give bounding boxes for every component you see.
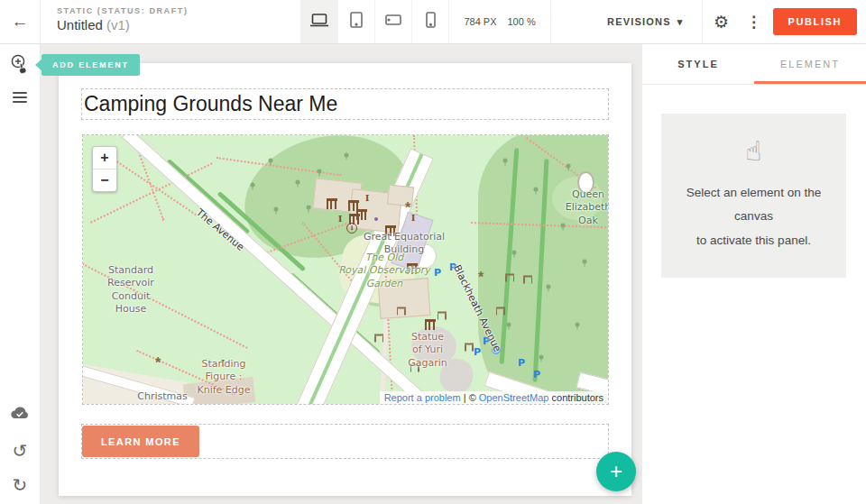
touch-icon: ☝ <box>676 135 832 167</box>
map-label: The Old Royal Observatory Garden <box>338 252 430 290</box>
back-button[interactable]: ← <box>0 0 40 43</box>
zoom-level: 100 % <box>507 16 535 27</box>
map-embed[interactable]: IIIIi***PPPPPP The AvenueBlackheath Aven… <box>83 135 608 404</box>
page-title-block: STATIC (STATUS: DRAFT) Untitled (v1) <box>40 0 263 43</box>
device-preview-switch <box>300 0 449 43</box>
inspector-panel: STYLE ELEMENT ☝ Select an element on the… <box>642 43 866 504</box>
revisions-dropdown[interactable]: REVISIONS ▾ <box>589 0 701 43</box>
picnic-table-icon <box>505 274 514 282</box>
map-label: Christmas <box>137 390 187 403</box>
learn-more-button[interactable]: LEARN MORE <box>82 426 199 457</box>
desktop-preview-button[interactable] <box>301 0 338 43</box>
tree-icon <box>583 260 587 264</box>
canvas-page: Camping Grounds Near Me <box>59 63 631 496</box>
tree-icon <box>251 183 255 188</box>
tree-icon <box>567 164 571 169</box>
tree-icon <box>539 355 544 360</box>
tree-icon <box>547 285 551 289</box>
tablet-icon <box>349 11 364 32</box>
poi-dot-icon <box>374 217 378 221</box>
viewpoint-icon: * <box>478 270 484 279</box>
sections-menu-button[interactable] <box>0 92 40 105</box>
tree-icon <box>269 159 273 163</box>
undo-icon: ↺ <box>13 441 28 461</box>
tab-element[interactable]: ELEMENT <box>754 43 866 84</box>
map-label: Standing Figure : Knife Edge <box>197 358 250 397</box>
parking-icon: P <box>518 358 525 368</box>
button-row-element[interactable]: LEARN MORE <box>81 424 609 459</box>
map-zoom-control: + − <box>92 146 117 192</box>
status-label: STATIC (STATUS: DRAFT) <box>57 6 246 15</box>
parking-icon: P <box>533 370 540 380</box>
copyright-symbol: © <box>469 392 479 403</box>
tablet-landscape-icon <box>384 14 402 30</box>
map-label: Statue of Yuri Gagarin <box>408 331 447 370</box>
tree-icon <box>512 251 517 255</box>
picnic-table-icon <box>438 312 447 320</box>
laptop-icon <box>309 12 329 32</box>
kebab-icon: ⋮ <box>746 13 761 32</box>
picnic-table-icon <box>465 344 474 352</box>
phone-preview-button[interactable] <box>412 0 449 43</box>
tree-icon <box>318 170 322 174</box>
zoom-out-button[interactable]: − <box>93 169 116 191</box>
picnic-table-icon <box>496 307 505 316</box>
viewport-size-indicator: 784 PX 100 % <box>449 0 550 43</box>
spacer <box>551 0 589 43</box>
spacer <box>263 0 300 43</box>
version-label: (v1) <box>106 17 130 32</box>
more-options-button[interactable]: ⋮ <box>741 0 768 43</box>
tablet-portrait-preview-button[interactable] <box>338 0 375 43</box>
osm-link[interactable]: OpenStreetMap <box>479 392 549 403</box>
gear-icon: ⚙ <box>714 12 729 32</box>
settings-button[interactable]: ⚙ <box>702 0 741 43</box>
back-arrow-icon: ← <box>12 12 29 32</box>
tree-icon <box>507 323 511 327</box>
add-element-button[interactable] <box>0 53 40 80</box>
parking-icon: P <box>434 268 441 278</box>
undo-button[interactable]: ↺ <box>0 441 40 461</box>
tab-style[interactable]: STYLE <box>642 43 754 84</box>
redo-icon: ↻ <box>13 475 28 495</box>
add-section-fab[interactable]: + <box>596 452 636 491</box>
map-label: The Avenue <box>194 206 246 253</box>
page-title: Untitled (v1) <box>57 17 246 32</box>
information-icon: i <box>346 223 357 234</box>
cloud-check-icon <box>9 404 31 424</box>
tree-icon <box>503 159 508 163</box>
left-toolbar: ↺ ↻ <box>0 43 41 504</box>
empty-state-card: ☝ Select an element on the canvas to act… <box>661 114 846 278</box>
viewport-width: 784 PX <box>464 16 496 27</box>
map-label: Queen Elizabeth Oak <box>566 188 608 227</box>
map-label: Standard Reservoir Conduit House <box>107 264 154 316</box>
tree-icon <box>274 207 279 212</box>
heading-element[interactable]: Camping Grounds Near Me <box>81 88 609 120</box>
map-attribution: Report a problem | © OpenStreetMap contr… <box>380 391 608 404</box>
page-heading-text: Camping Grounds Near Me <box>82 92 337 116</box>
chevron-down-icon: ▾ <box>677 16 684 28</box>
phone-icon <box>425 11 437 32</box>
picnic-table-icon <box>397 307 406 316</box>
monument-icon: I <box>338 215 343 224</box>
tree-icon <box>576 323 580 327</box>
map-element[interactable]: IIIIi***PPPPPP The AvenueBlackheath Aven… <box>82 134 609 405</box>
museum-icon <box>425 319 436 330</box>
tablet-landscape-preview-button[interactable] <box>375 0 412 43</box>
tree-icon <box>534 188 539 192</box>
publish-button[interactable]: PUBLISH <box>773 8 857 35</box>
plus-icon: + <box>610 459 622 484</box>
redo-button[interactable]: ↻ <box>0 475 40 495</box>
report-problem-link[interactable]: Report a problem <box>384 392 461 403</box>
save-status-indicator <box>0 404 40 424</box>
map-label-layer: The AvenueBlackheath AvenueStandard Rese… <box>83 135 608 404</box>
parking-icon: P <box>474 347 481 357</box>
attribution-divider: | <box>461 392 469 403</box>
viewpoint-icon: * <box>405 201 410 210</box>
picnic-table-icon <box>374 334 383 343</box>
top-toolbar: ← STATIC (STATUS: DRAFT) Untitled (v1) <box>0 0 866 44</box>
zoom-in-button[interactable]: + <box>93 147 116 169</box>
picnic-table-icon <box>523 276 532 284</box>
tree-icon <box>296 180 300 185</box>
monument-icon: I <box>365 194 370 203</box>
museum-icon <box>327 198 337 209</box>
